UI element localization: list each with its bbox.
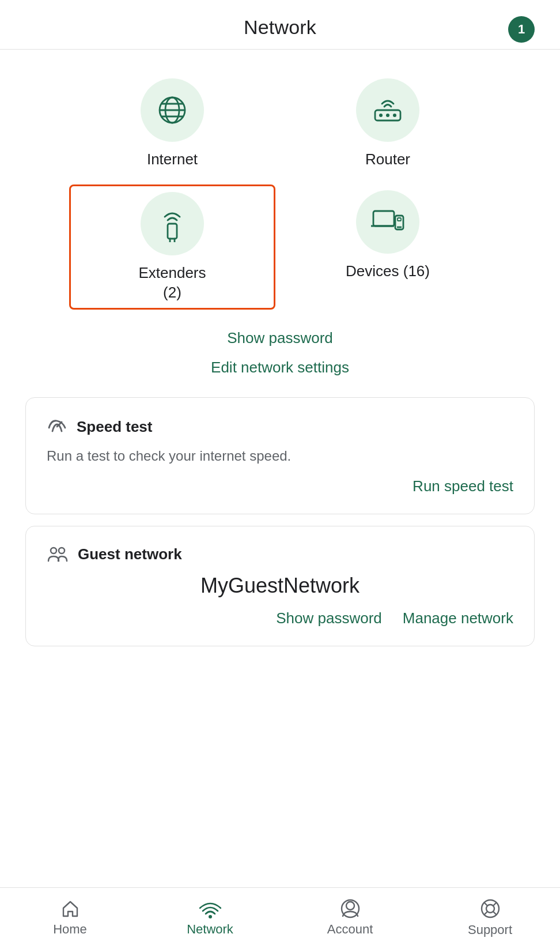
speed-test-icon	[47, 416, 67, 437]
svg-point-7	[386, 114, 389, 117]
speed-test-card: Speed test Run a test to check your inte…	[25, 397, 535, 514]
device-grid: Internet Router	[0, 50, 560, 323]
svg-point-19	[59, 548, 65, 553]
svg-rect-9	[168, 224, 177, 239]
show-password-link[interactable]: Show password	[227, 329, 333, 347]
router-icon	[369, 93, 406, 127]
svg-line-25	[484, 903, 487, 906]
router-item[interactable]: Router	[285, 73, 491, 175]
svg-point-21	[346, 902, 354, 910]
svg-point-18	[51, 548, 56, 553]
nav-item-network[interactable]: Network	[140, 899, 280, 937]
guest-network-card: Guest network MyGuestNetwork Show passwo…	[25, 526, 535, 646]
internet-label: Internet	[147, 150, 198, 170]
extenders-item[interactable]: Extenders (2)	[69, 184, 275, 310]
internet-icon	[156, 93, 189, 127]
router-icon-circle	[356, 78, 419, 142]
nav-label-network: Network	[187, 922, 233, 937]
nav-item-support[interactable]: Support	[420, 898, 560, 937]
svg-point-20	[209, 915, 212, 918]
nav-item-account[interactable]: Account	[280, 899, 420, 937]
guest-network-card-header: Guest network	[47, 545, 513, 564]
svg-rect-16	[398, 218, 401, 221]
svg-point-8	[393, 114, 396, 117]
devices-icon-circle	[356, 190, 419, 254]
speed-test-card-header: Speed test	[47, 416, 513, 437]
svg-point-6	[379, 114, 383, 117]
guest-show-password-link[interactable]: Show password	[276, 609, 382, 627]
extenders-icon	[156, 205, 189, 242]
router-label: Router	[365, 150, 410, 170]
action-links: Show password Edit network settings	[0, 323, 560, 397]
page-title: Network	[244, 16, 316, 39]
svg-point-24	[486, 905, 494, 913]
devices-label: Devices (16)	[346, 262, 430, 281]
guest-network-name: MyGuestNetwork	[47, 574, 513, 598]
cards-section: Speed test Run a test to check your inte…	[0, 397, 560, 658]
nav-label-account: Account	[327, 922, 373, 937]
guest-network-icon	[47, 545, 69, 564]
header: Network 1	[0, 0, 560, 50]
internet-icon-circle	[141, 78, 204, 142]
support-icon	[480, 898, 501, 919]
speed-test-actions: Run speed test	[47, 477, 513, 495]
extenders-label: Extenders (2)	[138, 263, 206, 303]
notification-badge[interactable]: 1	[508, 16, 535, 43]
run-speed-test-button[interactable]: Run speed test	[413, 477, 513, 495]
nav-label-support: Support	[468, 922, 512, 937]
nav-label-home: Home	[53, 922, 87, 937]
network-icon	[199, 899, 221, 918]
internet-item[interactable]: Internet	[69, 73, 275, 175]
extenders-icon-circle	[141, 192, 204, 255]
svg-line-27	[484, 912, 487, 915]
nav-item-home[interactable]: Home	[0, 899, 140, 937]
home-icon	[60, 899, 80, 918]
guest-network-actions: Show password Manage network	[47, 609, 513, 627]
svg-point-22	[342, 900, 359, 917]
svg-line-26	[494, 903, 497, 906]
edit-network-settings-link[interactable]: Edit network settings	[211, 359, 349, 376]
speed-test-description: Run a test to check your internet speed.	[47, 446, 513, 466]
manage-network-link[interactable]: Manage network	[403, 609, 513, 627]
svg-line-28	[494, 912, 497, 915]
guest-network-title: Guest network	[78, 545, 182, 563]
speed-test-title: Speed test	[77, 418, 153, 436]
devices-item[interactable]: Devices (16)	[285, 184, 491, 310]
devices-icon	[369, 205, 407, 239]
account-icon	[340, 899, 360, 918]
bottom-nav: Home Network Account Support	[0, 887, 560, 949]
svg-rect-12	[373, 211, 394, 226]
